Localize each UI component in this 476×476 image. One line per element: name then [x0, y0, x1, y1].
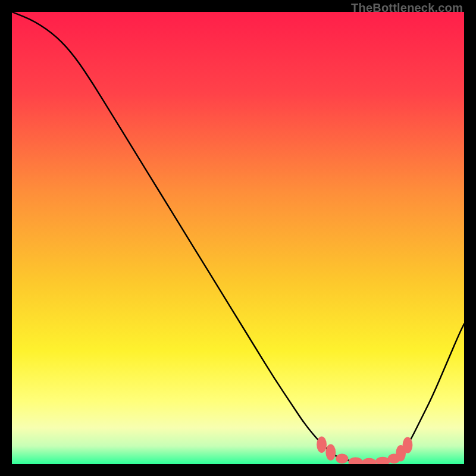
bottleneck-curve: [12, 12, 464, 462]
curve-markers: [317, 437, 412, 464]
curve-marker: [362, 458, 376, 464]
chart-frame: TheBottleneck.com: [0, 0, 476, 476]
curve-marker: [325, 444, 336, 461]
chart-svg: [12, 12, 464, 464]
curve-marker: [403, 437, 413, 453]
curve-marker: [336, 454, 348, 464]
curve-marker: [317, 437, 327, 453]
watermark-text: TheBottleneck.com: [351, 1, 463, 15]
plot-area: [12, 12, 464, 464]
curve-marker: [348, 458, 362, 464]
